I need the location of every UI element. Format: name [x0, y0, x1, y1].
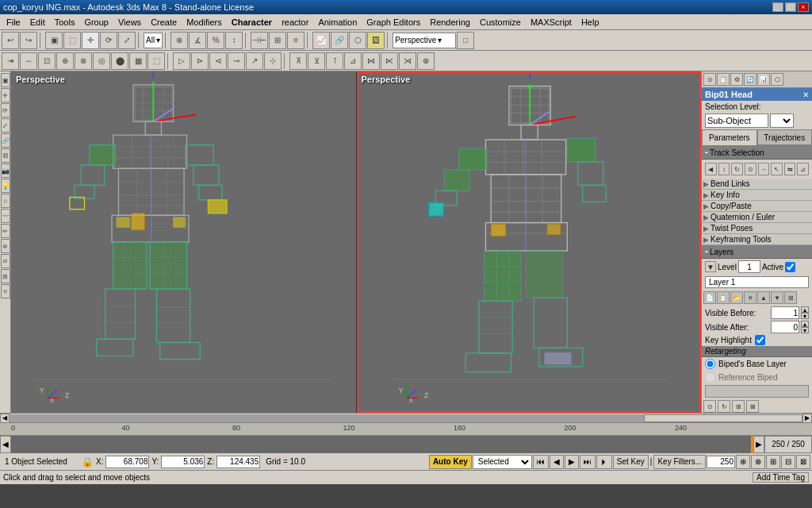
tb2-5[interactable]: ⊗	[75, 52, 92, 70]
menu-customize[interactable]: Customize	[475, 16, 526, 29]
panel-icon-5[interactable]: 📊	[757, 73, 770, 86]
add-time-tag-btn[interactable]: Add Time Tag	[753, 472, 809, 483]
y-input[interactable]	[161, 456, 205, 468]
play-btn-3[interactable]: ▶	[565, 455, 579, 469]
tb2-7[interactable]: ⬤	[111, 52, 128, 70]
vtb-unlink[interactable]: ⛓	[1, 148, 10, 163]
extra-btn-5[interactable]: ⊠	[796, 455, 810, 469]
tb2-16[interactable]: ⊼	[289, 52, 307, 70]
layer-icon-up[interactable]: ▲	[757, 291, 770, 304]
tb2-18[interactable]: ⊺	[326, 52, 343, 70]
bipeds-base-radio[interactable]	[705, 359, 715, 369]
tb2-8[interactable]: ▦	[129, 52, 147, 70]
bottom-icon-2[interactable]: ↻	[718, 400, 730, 413]
tb2-23[interactable]: ⊗	[417, 52, 435, 70]
material-editor-btn[interactable]: ⬡	[349, 32, 366, 49]
key-filters-btn[interactable]: Key Filters...	[653, 455, 706, 469]
layer-icon-copy[interactable]: 📋	[717, 291, 730, 304]
menu-modifiers[interactable]: Modifiers	[182, 16, 227, 29]
menu-file[interactable]: File	[2, 16, 25, 29]
vtb-align2[interactable]: ⊞	[1, 269, 10, 283]
timeline-playhead[interactable]	[751, 436, 753, 453]
bottom-icon-1[interactable]: ⊙	[703, 400, 716, 413]
viewport-left[interactable]: Perspective X Y Z	[11, 71, 357, 413]
vtb-rotate[interactable]: ⟳	[1, 103, 10, 117]
extra-btn-3[interactable]: ⊞	[766, 455, 780, 469]
copy-paste-row[interactable]: ▶ Copy/Paste	[702, 201, 812, 212]
layer-icon-collapse[interactable]: ⊞	[784, 291, 797, 304]
vtb-camera[interactable]: 📷	[1, 164, 10, 178]
spin-down[interactable]: ▼	[801, 313, 809, 319]
twist-poses-row[interactable]: ▶ Twist Poses	[702, 223, 812, 234]
spin-down2[interactable]: ▼	[801, 327, 809, 333]
vtb-scale[interactable]: ⤢	[1, 118, 10, 133]
vtb-light[interactable]: 💡	[1, 179, 10, 193]
quaternion-row[interactable]: ▶ Quaternion / Euler	[702, 212, 812, 223]
key-info-row[interactable]: ▶ Key Info	[702, 190, 812, 201]
tab-parameters[interactable]: Parameters	[702, 129, 757, 145]
bend-links-row[interactable]: ▶ Bend Links	[702, 179, 812, 190]
title-controls[interactable]: _ □ ×	[772, 2, 809, 12]
reference-input[interactable]	[705, 385, 809, 398]
tb2-9[interactable]: ⬚	[147, 52, 165, 70]
play-btn-2[interactable]: ◀	[550, 455, 564, 469]
percent-snap-btn[interactable]: %	[207, 32, 224, 49]
sub-object-dropdown[interactable]	[770, 114, 794, 128]
close-btn[interactable]: ×	[798, 2, 809, 12]
layer-icon-down[interactable]: ▼	[771, 291, 783, 304]
timeline-track[interactable]	[11, 436, 753, 453]
menu-help[interactable]: Help	[576, 16, 604, 29]
menu-reactor[interactable]: reactor	[277, 16, 313, 29]
level-down-btn[interactable]: ▼	[705, 261, 716, 272]
play-btn-4[interactable]: ⏭	[580, 455, 596, 469]
track-icon-5[interactable]: →	[758, 163, 770, 175]
section-retargeting[interactable]: Retargeting	[702, 346, 812, 357]
layer-icon-delete[interactable]: ✕	[744, 291, 756, 304]
panel-icon-4[interactable]: 🔄	[744, 73, 756, 86]
mirror-btn[interactable]: ⊣⊢	[251, 32, 268, 49]
scroll-thumb[interactable]	[644, 414, 802, 422]
frame-input[interactable]	[707, 456, 735, 468]
vtb-snapshot[interactable]: ⧄	[1, 254, 10, 268]
panel-icon-6[interactable]: ⬡	[771, 73, 783, 86]
tb2-4[interactable]: ⊕	[56, 52, 74, 70]
select-btn[interactable]: ▣	[45, 32, 63, 49]
menu-group[interactable]: Group	[79, 16, 113, 29]
vtb-bone[interactable]: ≋	[1, 239, 10, 253]
section-track-selection[interactable]: - Track Selection	[702, 146, 812, 160]
viewport-btn[interactable]: □	[457, 32, 474, 49]
panel-icon-3[interactable]: ⚙	[730, 73, 743, 86]
track-icon-1[interactable]: ◀	[705, 163, 717, 175]
align-btn[interactable]: ⊞	[269, 32, 286, 49]
redo-btn[interactable]: ↪	[20, 32, 37, 49]
timeline-nav-left[interactable]: ◀	[0, 436, 11, 453]
menu-maxscript[interactable]: MAXScript	[526, 16, 576, 29]
bottom-icon-4[interactable]: ⊠	[746, 400, 759, 413]
key-highlight-checkbox[interactable]	[755, 335, 765, 345]
visible-before-input[interactable]	[771, 306, 799, 319]
viewport-selector[interactable]: Perspective ▾	[393, 33, 456, 48]
tab-trajectories[interactable]: Trajectories	[757, 129, 813, 145]
viewport-right[interactable]: Perspective X Y Z	[357, 71, 702, 413]
tb2-2[interactable]: ↔	[20, 52, 37, 70]
vtb-paint[interactable]: ✏	[1, 224, 10, 238]
timeline-nav-right[interactable]: ▶	[753, 436, 764, 453]
menu-rendering[interactable]: Rendering	[425, 16, 475, 29]
timeline[interactable]: ◀ ▶ 250 / 250	[0, 435, 812, 452]
maximize-btn[interactable]: □	[785, 2, 796, 12]
tb2-10[interactable]: ▷	[173, 52, 190, 70]
play-btn-5[interactable]: ⏵	[596, 455, 612, 469]
active-checkbox[interactable]	[785, 262, 795, 272]
panel-close-btn[interactable]: ✕	[802, 90, 809, 99]
tb2-21[interactable]: ⋉	[381, 52, 398, 70]
move-btn[interactable]: ✛	[82, 32, 99, 49]
z-input[interactable]	[216, 456, 260, 468]
visible-after-input[interactable]	[771, 321, 799, 333]
visible-before-spin[interactable]: ▲ ▼	[801, 306, 809, 319]
tb2-13[interactable]: ⊸	[228, 52, 245, 70]
menu-tools[interactable]: Tools	[50, 16, 80, 29]
vtb-select[interactable]: ▣	[1, 73, 10, 87]
panel-icon-1[interactable]: ⊙	[703, 73, 716, 86]
tb2-11[interactable]: ⊳	[191, 52, 209, 70]
vtb-link[interactable]: 🔗	[1, 133, 10, 148]
